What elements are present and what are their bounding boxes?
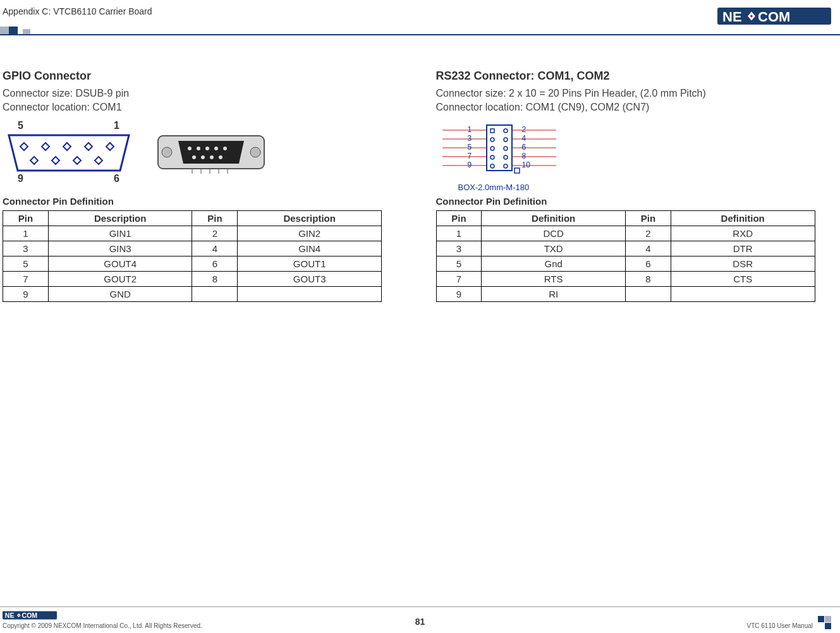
gpio-table-title: Connector Pin Definition [3,196,398,207]
th-def: Definition [482,211,626,226]
page-header: Appendix C: VTCB6110 Carrier Board NE CO… [0,0,840,27]
svg-point-43 [504,129,508,133]
box-header-diagram: 1 3 5 7 9 2 4 6 8 10 BOX-2.0mm-M-180 [436,123,569,192]
table-row: 3TXD4DTR [436,241,815,256]
table-row: 7GOUT28GOUT3 [3,272,382,287]
svg-point-51 [504,164,508,168]
svg-point-22 [192,155,196,159]
table-cell: GOUT1 [238,256,382,272]
th-pin: Pin [3,211,49,226]
svg-rect-42 [490,129,494,133]
manual-name: VTC 6110 User Manual [747,622,813,629]
table-cell: 3 [3,241,49,256]
table-cell: RTS [482,272,626,287]
table-cell: 1 [3,226,49,241]
svg-rect-52 [514,168,520,173]
th-desc: Description [48,211,192,226]
footer-logo: NE COM [3,610,57,621]
th-pin: Pin [436,211,482,226]
svg-text:COM: COM [758,9,790,25]
th-desc2: Description [238,211,382,226]
table-cell: RI [482,287,626,302]
th-def2: Definition [671,211,815,226]
table-cell: 4 [625,241,671,256]
table-cell: GIN4 [238,241,382,256]
table-cell: 9 [436,287,482,302]
right-column: RS232 Connector: COM1, COM2 Connector si… [436,69,832,302]
table-cell: 3 [436,241,482,256]
table-cell: DTR [671,241,815,256]
gpio-location: Connector location: COM1 [3,100,398,114]
svg-point-48 [490,155,494,159]
svg-point-15 [162,147,172,157]
table-cell: GND [48,287,192,302]
table-row: 9RI [436,287,815,302]
box-l1: 1 [468,125,472,134]
box-r8: 8 [522,152,527,160]
brand-logo: NE COM [717,5,831,27]
box-r10: 10 [522,160,530,169]
svg-point-20 [214,147,218,150]
table-cell: 6 [625,256,671,272]
rs232-tbody: 1DCD2RXD3TXD4DTR5Gnd6DSR7RTS8CTS9RI [436,226,815,302]
dsub-schematic: 5 1 9 6 [3,123,135,186]
th-pin2: Pin [625,211,671,226]
svg-point-23 [201,155,205,159]
table-cell: DSR [671,256,815,272]
svg-point-19 [205,147,209,150]
table-cell: 6 [192,256,238,272]
box-l3: 3 [468,134,472,143]
dsub-label-5: 5 [18,120,23,131]
box-r6: 6 [522,143,527,152]
rs232-subtitle: Connector size: 2 x 10 = 20 Pins Pin Hea… [436,87,832,114]
svg-point-21 [223,147,227,150]
box-l9: 9 [468,160,472,169]
svg-point-47 [504,147,508,150]
table-row: 5GOUT46GOUT1 [3,256,382,272]
corner-decor [818,616,831,629]
table-row: 1GIN12GIN2 [3,226,382,241]
footer-left: NE COM Copyright © 2009 NEXCOM Internati… [3,610,202,629]
header-rule [0,34,840,35]
box-r4: 4 [522,134,527,143]
svg-point-16 [250,147,260,157]
gpio-tbody: 1GIN12GIN23GIN34GIN45GOUT46GOUT17GOUT28G… [3,226,382,302]
table-cell [238,287,382,302]
table-cell: 8 [192,272,238,287]
table-cell: CTS [671,272,815,287]
rs232-title: RS232 Connector: COM1, COM2 [436,69,832,83]
table-cell: 2 [192,226,238,241]
footer-right: VTC 6110 User Manual [747,616,832,629]
table-cell: GOUT4 [48,256,192,272]
svg-point-25 [219,155,222,159]
table-cell: 5 [436,256,482,272]
gpio-pin-table: Pin Description Pin Description 1GIN12GI… [3,210,382,302]
table-row: 1DCD2RXD [436,226,815,241]
table-row: 7RTS8CTS [436,272,815,287]
table-row: 9GND [3,287,382,302]
table-cell: GIN3 [48,241,192,256]
table-cell: 1 [436,226,482,241]
svg-point-24 [210,155,214,159]
gpio-title: GPIO Connector [3,69,398,83]
rs232-location: Connector location: COM1 (CN9), COM2 (CN… [436,100,832,114]
table-cell: GOUT3 [238,272,382,287]
copyright: Copyright © 2009 NEXCOM International Co… [3,622,202,629]
table-cell: 2 [625,226,671,241]
rs232-size: Connector size: 2 x 10 = 20 Pins Pin Hea… [436,87,832,100]
svg-point-46 [490,147,494,150]
table-row: 3GIN34GIN4 [3,241,382,256]
table-cell: TXD [482,241,626,256]
box-l5: 5 [468,143,472,152]
box-l7: 7 [468,152,472,160]
content: GPIO Connector Connector size: DSUB-9 pi… [3,69,831,302]
svg-text:NE: NE [5,612,15,619]
table-cell [671,287,815,302]
table-cell: DCD [482,226,626,241]
table-cell [192,287,238,302]
gpio-figures: 5 1 9 6 [3,123,398,186]
svg-text:NE: NE [722,9,742,25]
table-cell: 7 [3,272,49,287]
rs232-table-title: Connector Pin Definition [436,196,832,207]
appendix-title: Appendix C: VTCB6110 Carrier Board [0,5,152,16]
